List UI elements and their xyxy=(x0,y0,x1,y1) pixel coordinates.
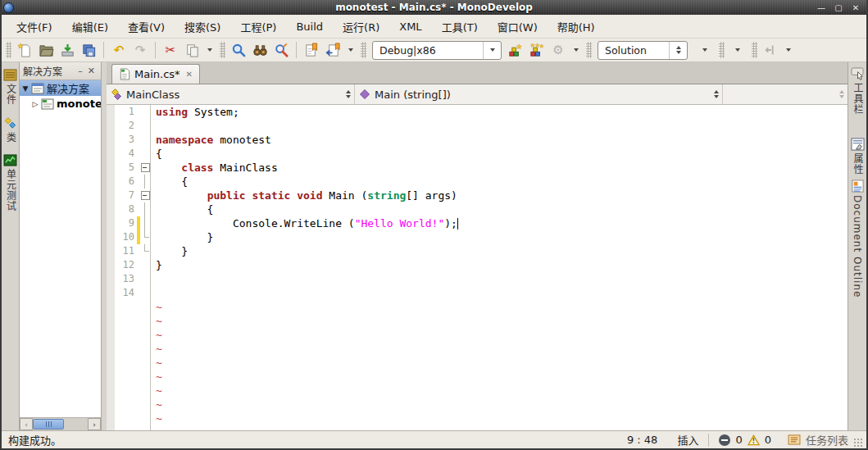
icon-margin[interactable] xyxy=(107,272,115,286)
dock-tab-files[interactable]: 文件 xyxy=(3,69,17,105)
toolbar-grip[interactable] xyxy=(6,42,11,58)
icon-margin[interactable] xyxy=(107,258,115,272)
icon-margin[interactable] xyxy=(107,411,115,425)
chevron-down-icon[interactable] xyxy=(207,48,212,52)
menu-item-window[interactable]: 窗口(W) xyxy=(489,16,546,38)
code-line-13[interactable]: 13 xyxy=(107,272,848,286)
pad-close-icon[interactable]: ✕ xyxy=(85,66,98,75)
icon-margin[interactable] xyxy=(107,133,115,147)
rebuild-button[interactable] xyxy=(526,40,548,60)
tab-close-icon[interactable]: ✕ xyxy=(186,70,193,79)
code-line-eof-6[interactable]: ~ xyxy=(107,370,848,384)
maximize-icon[interactable]: ▢ xyxy=(833,2,844,13)
replace-in-files-button[interactable] xyxy=(270,40,292,60)
save-all-button[interactable] xyxy=(78,40,99,60)
menu-item-help[interactable]: 帮助(H) xyxy=(549,16,603,38)
fold-margin[interactable] xyxy=(140,244,151,258)
icon-margin[interactable] xyxy=(107,202,115,216)
menu-item-search[interactable]: 搜索(S) xyxy=(176,16,229,38)
fold-margin[interactable] xyxy=(140,161,151,175)
open-file-button[interactable] xyxy=(35,40,57,60)
fold-margin[interactable] xyxy=(140,272,151,286)
chevron-down-icon[interactable] xyxy=(735,48,740,52)
code-line-eof-3[interactable]: ~ xyxy=(107,328,848,342)
dock-tab-unit-tests[interactable]: 单元测试 xyxy=(3,154,17,211)
scrollbar-thumb[interactable] xyxy=(33,419,64,430)
fold-margin[interactable] xyxy=(140,119,151,133)
icon-margin[interactable] xyxy=(107,216,115,230)
tree-row-project[interactable]: ▷ monotest xyxy=(20,96,101,111)
code-line-eof-4[interactable]: ~ xyxy=(107,342,848,356)
chevron-down-icon[interactable] xyxy=(702,48,707,52)
chevron-down-icon[interactable] xyxy=(786,48,791,52)
titlebar[interactable]: monotest - Main.cs* - MonoDevelop — ▢ ✕ xyxy=(0,0,868,15)
icon-margin[interactable] xyxy=(107,300,115,314)
toolbar-grip[interactable] xyxy=(719,42,725,58)
error-count[interactable]: 0 xyxy=(735,434,742,446)
icon-margin[interactable] xyxy=(107,356,115,370)
menu-item-build[interactable]: Build xyxy=(288,17,331,36)
code-line-eof-1[interactable]: ~ xyxy=(107,300,848,314)
search-button[interactable] xyxy=(228,40,249,60)
redo-button[interactable]: ↷ xyxy=(130,40,151,60)
minimize-icon[interactable]: — xyxy=(816,2,827,13)
fold-margin[interactable] xyxy=(140,342,151,356)
pad-minimize-icon[interactable]: – xyxy=(75,66,85,75)
code-line-12[interactable]: 12} xyxy=(107,258,848,272)
fold-margin[interactable] xyxy=(140,300,151,314)
icon-margin[interactable] xyxy=(107,398,115,411)
code-line-4[interactable]: 4{ xyxy=(107,147,848,161)
fold-margin[interactable] xyxy=(140,202,151,216)
undo-button[interactable]: ↶ xyxy=(108,40,130,60)
menu-item-edit[interactable]: 编辑(E) xyxy=(64,16,116,38)
error-count-icon[interactable] xyxy=(719,434,730,446)
tree-expander-icon[interactable]: ▼ xyxy=(20,84,31,93)
new-bookmark-button[interactable] xyxy=(301,40,322,60)
fold-margin[interactable] xyxy=(140,286,151,300)
solution-combo[interactable]: Solution xyxy=(598,41,688,60)
cut-button[interactable]: ✂ xyxy=(160,40,181,60)
document-tab-maincs[interactable]: Main.cs* ✕ xyxy=(111,64,200,84)
toolbar-grip[interactable] xyxy=(586,42,592,58)
dock-tab-toolbox[interactable]: 工具栏 xyxy=(851,67,865,115)
task-list-button[interactable]: 任务列表 xyxy=(806,432,848,448)
combo-arrow[interactable] xyxy=(483,42,501,59)
dock-tab-properties[interactable]: 属性 xyxy=(851,138,865,175)
menu-item-file[interactable]: 文件(F) xyxy=(8,16,61,38)
fold-margin[interactable] xyxy=(140,356,151,370)
icon-margin[interactable] xyxy=(107,119,115,133)
warning-count[interactable]: 0 xyxy=(765,434,771,446)
toolbar-grip[interactable] xyxy=(752,42,757,58)
spinner-icon[interactable] xyxy=(714,90,719,98)
dock-tab-document-outline[interactable]: Document Outline xyxy=(851,180,865,298)
code-editor[interactable]: 1using System;23namespace monotest4{5 cl… xyxy=(107,105,848,430)
configuration-combo[interactable]: Debug|x86 xyxy=(372,41,502,60)
dock-tab-classes[interactable]: 类 xyxy=(3,116,17,143)
icon-margin[interactable] xyxy=(107,147,115,161)
scrollbar-track[interactable] xyxy=(64,418,88,430)
menu-item-project[interactable]: 工程(P) xyxy=(232,16,284,38)
icon-margin[interactable] xyxy=(107,328,115,342)
icon-margin[interactable] xyxy=(107,244,115,258)
fold-margin[interactable] xyxy=(140,216,151,230)
fold-margin[interactable] xyxy=(140,398,151,411)
code-line-6[interactable]: 6 { xyxy=(107,175,848,189)
code-line-eof-8[interactable]: ~ xyxy=(107,398,848,411)
code-line-eof-7[interactable]: ~ xyxy=(107,384,848,398)
copy-button[interactable] xyxy=(181,40,202,60)
scroll-left-icon[interactable]: ‹ xyxy=(20,418,33,430)
code-line-7[interactable]: 7 public static void Main (string[] args… xyxy=(107,189,848,202)
save-button[interactable] xyxy=(57,40,78,60)
fold-margin[interactable] xyxy=(140,411,151,425)
fold-margin[interactable] xyxy=(140,258,151,272)
menu-item-tools[interactable]: 工具(T) xyxy=(434,16,486,38)
code-line-3[interactable]: 3namespace monotest xyxy=(107,133,848,147)
scroll-right-icon[interactable]: › xyxy=(88,418,101,430)
icon-margin[interactable] xyxy=(107,161,115,175)
navigate-back-button[interactable] xyxy=(760,40,781,60)
resize-grip[interactable] xyxy=(853,438,863,448)
toolbar-grip[interactable] xyxy=(220,42,225,58)
fold-margin[interactable] xyxy=(140,175,151,189)
fold-margin[interactable] xyxy=(140,370,151,384)
toolbar-grip[interactable] xyxy=(361,42,366,58)
